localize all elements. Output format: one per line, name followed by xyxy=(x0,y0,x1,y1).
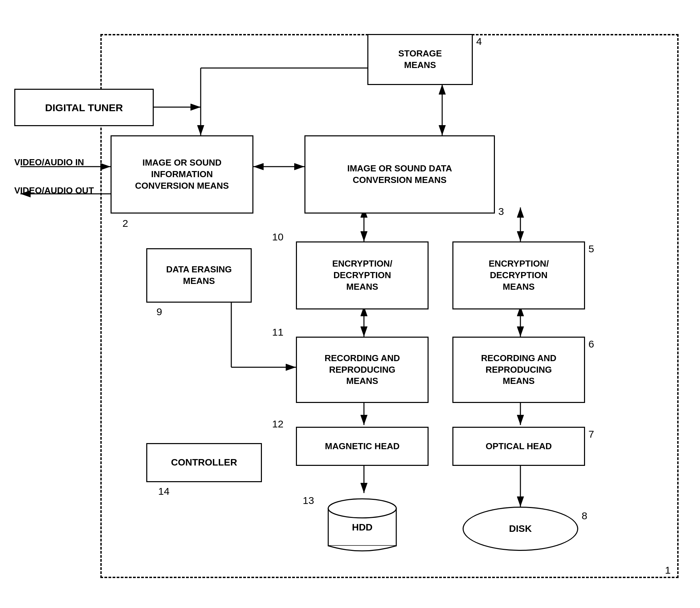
label-3: 3 xyxy=(498,206,504,217)
label-8: 8 xyxy=(582,510,587,522)
data-erasing-box: DATA ERASINGMEANS xyxy=(146,248,252,303)
encryption-5-box: ENCRYPTION/DECRYPTIONMEANS xyxy=(452,241,585,309)
hdd-shape: HDD xyxy=(327,496,398,554)
optical-head-box: OPTICAL HEAD xyxy=(452,427,585,466)
label-4: 4 xyxy=(476,36,482,47)
label-12: 12 xyxy=(272,418,283,430)
label-10: 10 xyxy=(272,231,283,243)
svg-point-23 xyxy=(328,499,396,518)
recording-6-box: RECORDING ANDREPRODUCINGMEANS xyxy=(452,337,585,403)
label-2: 2 xyxy=(122,218,128,229)
svg-text:HDD: HDD xyxy=(352,522,373,533)
label-1: 1 xyxy=(665,564,671,576)
label-9: 9 xyxy=(156,306,162,318)
controller-box: CONTROLLER xyxy=(146,443,262,482)
label-14: 14 xyxy=(158,486,169,497)
diagram: 1 DIGITAL TUNER VIDEO/AUDIO IN VIDEO/AUD… xyxy=(0,0,700,608)
image-sound-data-box: IMAGE OR SOUND DATACONVERSION MEANS xyxy=(304,135,495,214)
magnetic-head-box: MAGNETIC HEAD xyxy=(296,427,429,466)
image-sound-info-box: IMAGE OR SOUNDINFORMATIONCONVERSION MEAN… xyxy=(111,135,253,214)
video-audio-out-label: VIDEO/AUDIO OUT xyxy=(14,185,94,196)
storage-means-box: STORAGEMEANS xyxy=(367,34,473,85)
disk-ellipse: DISK xyxy=(463,507,578,551)
recording-11-box: RECORDING ANDREPRODUCINGMEANS xyxy=(296,337,429,403)
label-13: 13 xyxy=(303,495,314,506)
video-audio-in-label: VIDEO/AUDIO IN xyxy=(14,157,84,168)
encryption-10-box: ENCRYPTION/DECRYPTIONMEANS xyxy=(296,241,429,309)
label-7: 7 xyxy=(588,428,594,440)
label-11: 11 xyxy=(272,326,283,338)
label-6: 6 xyxy=(588,338,594,350)
label-5: 5 xyxy=(588,243,594,255)
digital-tuner-box: DIGITAL TUNER xyxy=(14,89,154,126)
